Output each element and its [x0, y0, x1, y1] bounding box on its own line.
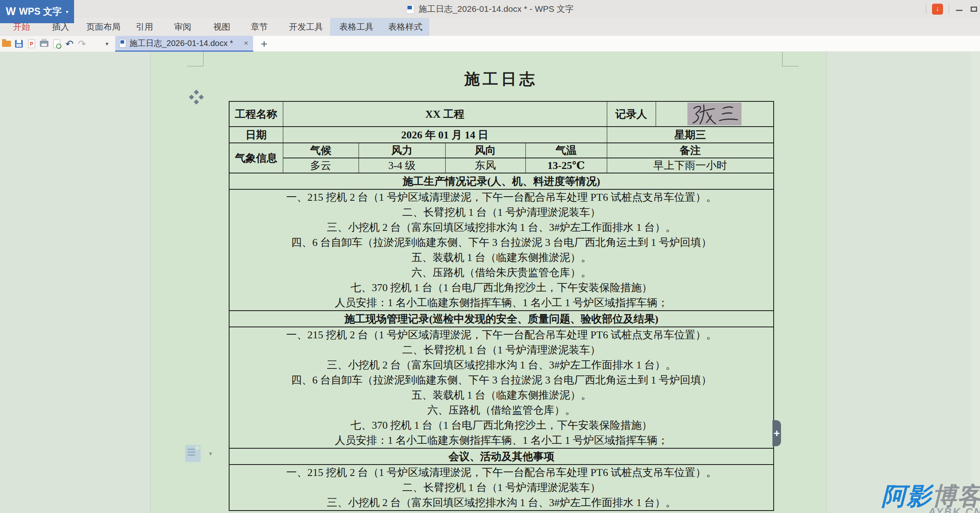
menu-item-table-tools[interactable]: 表格工具 — [335, 18, 378, 36]
log-line[interactable]: 四、6 台自卸车（拉淤泥到临建东侧、下午 3 台拉淤泥 3 台电厂西北角运土到 … — [230, 235, 773, 250]
wps-logo-button[interactable]: W WPS 文字 ▾ — [0, 0, 74, 23]
margin-corner-mark — [782, 52, 798, 66]
log-line[interactable]: 二、长臂挖机 1 台（1 号炉清理淤泥装车） — [230, 480, 773, 495]
log-line[interactable]: 人员安排：1 名小工临建东侧指挥车辆、1 名小工 1 号炉区域指挥车辆； — [230, 295, 773, 310]
table-insert-plus-button[interactable]: + — [772, 420, 781, 446]
log-line[interactable]: 七、370 挖机 1 台（1 台电厂西北角挖沙土，下午安装保险措施） — [230, 418, 773, 433]
section1-header[interactable]: 施工生产情况记录(人、机、料进度等情况) — [229, 173, 774, 189]
weather-header-remark[interactable]: 备注 — [607, 143, 774, 158]
open-folder-icon[interactable] — [0, 36, 13, 52]
table-row: 日期 2026 年 01 月 14 日 星期三 — [229, 127, 774, 143]
log-line[interactable]: 三、小挖机 2 台（富东回填区域挖排水沟 1 台、3#炉左工作面排水 1 台）。 — [230, 220, 773, 235]
document-icon — [406, 4, 414, 14]
log-line[interactable]: 人员安排：1 名小工临建东侧指挥车辆、1 名小工 1 号炉区域指挥车辆； — [230, 433, 773, 448]
table-row: 施工生产情况记录(人、机、料进度等情况) — [229, 173, 774, 189]
table-row: 一、215 挖机 2 台（1 号炉区域清理淤泥，下午一台配合吊车处理 PT6 试… — [229, 327, 774, 448]
quick-toolbar: P ↶ ↷ ▼ 施工日志_2026-01-14.docx * × + — [0, 36, 980, 52]
table-row: 会议、活动及其他事项 — [229, 448, 774, 465]
print-icon[interactable] — [38, 36, 50, 52]
watermark-text-blue: 阿影 — [882, 482, 932, 510]
document-page[interactable]: 施工日志 工程名称 XX 工程 记录人 — [151, 52, 826, 513]
project-name-label[interactable]: 工程名称 — [229, 101, 283, 127]
download-update-icon[interactable]: ↓ — [932, 4, 943, 15]
section2-header[interactable]: 施工现场管理记录(巡检中发现的安全、质量问题、验收部位及结果) — [229, 311, 774, 327]
section2-body[interactable]: 一、215 挖机 2 台（1 号炉区域清理淤泥，下午一台配合吊车处理 PT6 试… — [229, 327, 774, 448]
undo-icon[interactable]: ↶ — [63, 36, 76, 52]
log-line[interactable]: 六、压路机（借给朱庆贵监管仓库）。 — [230, 265, 773, 280]
chevron-down-icon[interactable]: ▼ — [208, 451, 213, 457]
page-settings-widget[interactable]: ▼ — [185, 445, 214, 463]
menu-item-view[interactable]: 视图 — [209, 18, 234, 36]
weather-value-remark[interactable]: 早上下雨一小时 — [607, 158, 774, 173]
log-line[interactable]: 一、215 挖机 2 台（1 号炉区域清理淤泥，下午一台配合吊车处理 PT6 试… — [230, 190, 773, 205]
document-heading[interactable]: 施工日志 — [229, 69, 773, 90]
log-line[interactable]: 三、小挖机 2 台（富东回填区域挖排水沟 1 台、3#炉左工作面排水 1 台）。 — [230, 495, 773, 510]
toolbar-dropdown-icon[interactable]: ▼ — [101, 36, 113, 52]
table-move-handle-icon[interactable] — [190, 90, 203, 104]
project-name-value[interactable]: XX 工程 — [283, 101, 607, 127]
print-preview-icon[interactable] — [50, 36, 63, 52]
log-line[interactable]: 七、370 挖机 1 台（1 台电厂西北角挖沙土，下午安装保险措施） — [230, 280, 773, 295]
weather-value-wind-force[interactable]: 3-4 级 — [359, 158, 445, 173]
minimize-button[interactable] — [955, 4, 964, 13]
weather-header-wind-direction[interactable]: 风向 — [445, 143, 525, 158]
log-line[interactable]: 二、长臂挖机 1 台（1 号炉清理淤泥装车） — [230, 205, 773, 220]
menu-item-page-layout[interactable]: 页面布局 — [82, 18, 125, 36]
title-bar: 施工日志_2026-01-14.docx * - WPS 文字 ↓ — [0, 0, 980, 18]
new-tab-button[interactable]: + — [257, 36, 271, 52]
window-title-group: 施工日志_2026-01-14.docx * - WPS 文字 — [0, 0, 980, 18]
menu-item-table-style[interactable]: 表格样式 — [384, 18, 427, 36]
menu-item-references[interactable]: 引用 — [132, 18, 157, 36]
weather-header-wind-force[interactable]: 风力 — [359, 143, 445, 158]
tab-label: 施工日志_2026-01-14.docx * — [129, 38, 240, 49]
recorder-label[interactable]: 记录人 — [607, 101, 656, 127]
date-label[interactable]: 日期 — [229, 127, 283, 143]
signature-image[interactable] — [687, 103, 742, 125]
date-value[interactable]: 2026 年 01 月 14 日 — [283, 127, 607, 143]
log-line[interactable]: 五、装载机 1 台（临建东侧推淤泥）。 — [230, 250, 773, 265]
weather-header-temperature[interactable]: 气温 — [525, 143, 607, 158]
log-line[interactable]: 一、215 挖机 2 台（1 号炉区域清理淤泥，下午一台配合吊车处理 PT6 试… — [230, 327, 773, 342]
tab-close-icon[interactable]: × — [243, 39, 249, 48]
document-tab[interactable]: 施工日志_2026-01-14.docx * × — [115, 36, 253, 52]
section3-body[interactable]: 一、215 挖机 2 台（1 号炉区域清理淤泥，下午一台配合吊车处理 PT6 试… — [229, 465, 774, 511]
chevron-down-icon: ▾ — [66, 9, 68, 15]
weather-value-temperature[interactable]: 13-25℃ — [525, 158, 607, 173]
tab-document-icon — [119, 39, 126, 48]
table-row: 多云 3-4 级 东风 13-25℃ 早上下雨一小时 — [229, 158, 774, 173]
log-line[interactable]: 二、长臂挖机 1 台（1 号炉清理淤泥装车） — [230, 342, 773, 357]
watermark-text-gray: 博客 — [932, 482, 980, 510]
menu-item-section[interactable]: 章节 — [247, 18, 272, 36]
log-line[interactable]: 五、装载机 1 台（临建东侧推淤泥）。 — [230, 388, 773, 403]
redo-icon[interactable]: ↷ — [76, 36, 88, 52]
weather-value-wind-direction[interactable]: 东风 — [445, 158, 525, 173]
save-icon[interactable] — [13, 36, 25, 52]
quick-tools-group: P ↶ ↷ — [0, 36, 115, 52]
signature-cell[interactable] — [656, 101, 774, 127]
section3-header[interactable]: 会议、活动及其他事项 — [229, 448, 774, 465]
export-pdf-icon[interactable]: P — [25, 36, 38, 52]
maximize-button[interactable] — [969, 4, 978, 13]
menu-item-review[interactable]: 审阅 — [170, 18, 195, 36]
weather-label[interactable]: 气象信息 — [229, 143, 283, 173]
menu-item-dev-tools[interactable]: 开发工具 — [285, 18, 327, 36]
vertical-scrollbar[interactable] — [971, 52, 980, 513]
log-line[interactable]: 六、压路机（借给监管仓库）。 — [230, 403, 773, 418]
wps-w-icon: W — [6, 5, 16, 18]
signature-zhangsan-drawing — [687, 103, 742, 125]
wps-logo-label: WPS 文字 — [19, 5, 62, 18]
margin-corner-mark — [187, 52, 203, 66]
weather-value-climate[interactable]: 多云 — [283, 158, 359, 173]
construction-log-table: 工程名称 XX 工程 记录人 — [229, 101, 774, 511]
log-line[interactable]: 三、小挖机 2 台（富东回填区域挖排水沟 1 台、3#炉左工作面排水 1 台）。 — [230, 357, 773, 373]
table-row: 一、215 挖机 2 台（1 号炉区域清理淤泥，下午一台配合吊车处理 PT6 试… — [229, 189, 774, 311]
log-line[interactable]: 一、215 挖机 2 台（1 号炉区域清理淤泥，下午一台配合吊车处理 PT6 试… — [230, 465, 773, 480]
divider — [949, 4, 949, 14]
table-row: 一、215 挖机 2 台（1 号炉区域清理淤泥，下午一台配合吊车处理 PT6 试… — [229, 465, 774, 511]
watermark: 阿影博客 AYBK.CN — [882, 484, 980, 513]
weekday-value[interactable]: 星期三 — [607, 127, 774, 143]
weather-header-climate[interactable]: 气候 — [283, 143, 359, 158]
log-line[interactable]: 四、6 台自卸车（拉淤泥到临建东侧、下午 3 台拉淤泥 3 台电厂西北角运土到 … — [230, 373, 773, 388]
page-settings-icon[interactable] — [185, 445, 201, 462]
section1-body[interactable]: 一、215 挖机 2 台（1 号炉区域清理淤泥，下午一台配合吊车处理 PT6 试… — [229, 189, 774, 311]
